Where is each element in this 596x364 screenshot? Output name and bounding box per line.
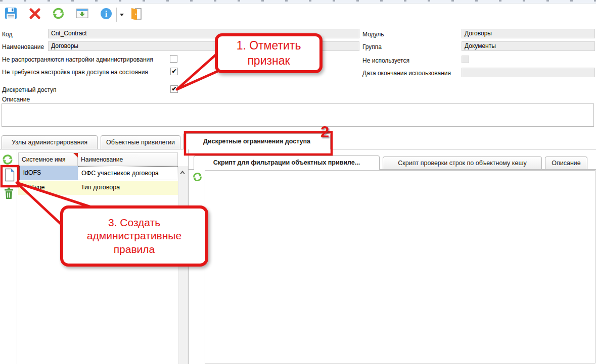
svg-text:i: i: [105, 9, 108, 18]
no-state-rights-checkbox[interactable]: ✔: [170, 68, 178, 75]
module-card-window: i Код Cnt_Contract Наименование Договоры…: [0, 0, 596, 364]
title-label: Наименование: [2, 43, 44, 50]
callout-step3-line3: правила: [114, 243, 155, 256]
discrete-access-checkbox[interactable]: ✔: [170, 85, 178, 93]
end-date-label: Дата окончания использования: [362, 70, 451, 77]
callout-step3-line2: административные: [87, 229, 181, 242]
tab-object-privileges[interactable]: Объектные привилегии: [101, 135, 180, 149]
main-toolbar: i: [0, 4, 596, 26]
no-state-rights-label: Не требуется настройка прав доступа на с…: [2, 69, 148, 76]
cell-row2-name[interactable]: Тип договора: [78, 181, 178, 195]
grid-refresh-button[interactable]: [1, 153, 14, 167]
script-editor[interactable]: [205, 170, 595, 363]
clipped-top-row: [0, 0, 596, 4]
group-label: Группа: [362, 43, 382, 50]
scroll-up-icon[interactable]: [180, 169, 185, 173]
info-icon: i: [100, 7, 113, 22]
exit-door-icon: [129, 7, 143, 22]
module-field[interactable]: Договоры: [462, 29, 595, 38]
delete-button[interactable]: [27, 7, 42, 22]
callout-step3-line1: 3. Создать: [108, 216, 160, 229]
description-label: Описание: [2, 96, 30, 103]
column-header-system-name[interactable]: Системное имя: [18, 152, 78, 166]
title-field[interactable]: Договоры: [48, 41, 359, 51]
not-used-checkbox: [462, 56, 469, 63]
script-refresh-button[interactable]: [191, 171, 204, 184]
new-document-icon: [4, 168, 15, 183]
discrete-access-label: Дискретный доступ: [2, 86, 57, 93]
code-label: Код: [2, 31, 12, 38]
post-record-icon: [75, 7, 89, 22]
no-admin-settings-checkbox[interactable]: [170, 55, 177, 63]
script-refresh-icon: [192, 172, 203, 184]
tab-admin-nodes[interactable]: Узлы администрирования: [2, 135, 98, 149]
new-record-button[interactable]: [3, 169, 16, 182]
delete-record-button[interactable]: [2, 187, 15, 200]
tab-row-check-script[interactable]: Скрипт проверки строк по объектному кешу: [383, 157, 542, 169]
group-field[interactable]: Документы: [462, 41, 595, 51]
toolbar-separator: [116, 8, 117, 22]
table-scrollbar[interactable]: [178, 166, 188, 364]
panel-divider[interactable]: [188, 149, 189, 364]
left-toolbar-divider: [17, 149, 17, 364]
tab-filter-script[interactable]: Скрипт для фильтрации объектных привиле.…: [194, 155, 380, 170]
post-record-button[interactable]: [74, 7, 89, 22]
column-filter-marker: [73, 153, 78, 158]
refresh-icon: [52, 7, 65, 22]
cell-row1-name[interactable]: ОФС участников договора: [78, 166, 178, 180]
column-header-name[interactable]: Наименование: [78, 152, 178, 166]
module-label: Модуль: [362, 31, 384, 38]
not-used-label: Не используется: [362, 57, 409, 64]
grid-refresh-icon: [2, 153, 14, 167]
callout-step1-line2: признак: [247, 54, 290, 68]
save-button[interactable]: [3, 7, 18, 22]
info-button[interactable]: i: [99, 7, 114, 22]
refresh-button[interactable]: [51, 7, 66, 22]
cell-row2-system-name[interactable]: CntType: [18, 181, 78, 195]
tab-discrete-access[interactable]: Дискретные ограничения доступа: [183, 133, 331, 149]
save-icon: [4, 7, 18, 22]
tab-description[interactable]: Описание: [545, 157, 587, 169]
cell-row1-system-name[interactable]: idOFS: [18, 166, 78, 180]
no-admin-settings-label: Не распространяются настройки администри…: [2, 56, 153, 63]
exit-button[interactable]: [128, 7, 144, 22]
end-date-field[interactable]: [462, 68, 595, 77]
delete-x-icon: [28, 7, 41, 22]
code-field[interactable]: Cnt_Contract: [48, 29, 359, 38]
trash-icon: [3, 187, 15, 201]
info-dropdown-caret[interactable]: [120, 14, 124, 16]
description-textarea[interactable]: [2, 103, 594, 127]
callout-step1: 1. Отметить признак: [215, 33, 323, 73]
callout1-tail: [177, 52, 219, 89]
